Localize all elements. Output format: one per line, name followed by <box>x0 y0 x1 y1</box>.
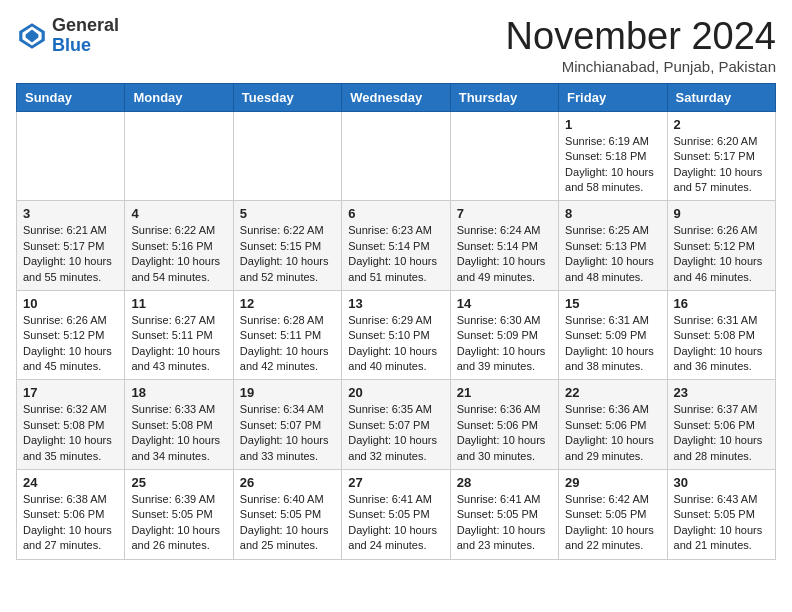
calendar-cell: 11Sunrise: 6:27 AM Sunset: 5:11 PM Dayli… <box>125 290 233 380</box>
calendar-cell <box>17 111 125 201</box>
day-number: 20 <box>348 385 443 400</box>
calendar-cell: 21Sunrise: 6:36 AM Sunset: 5:06 PM Dayli… <box>450 380 558 470</box>
day-info: Sunrise: 6:40 AM Sunset: 5:05 PM Dayligh… <box>240 492 335 554</box>
calendar-cell: 3Sunrise: 6:21 AM Sunset: 5:17 PM Daylig… <box>17 201 125 291</box>
calendar-cell: 5Sunrise: 6:22 AM Sunset: 5:15 PM Daylig… <box>233 201 341 291</box>
day-number: 23 <box>674 385 769 400</box>
day-info: Sunrise: 6:22 AM Sunset: 5:16 PM Dayligh… <box>131 223 226 285</box>
calendar-cell: 20Sunrise: 6:35 AM Sunset: 5:07 PM Dayli… <box>342 380 450 470</box>
day-info: Sunrise: 6:28 AM Sunset: 5:11 PM Dayligh… <box>240 313 335 375</box>
day-info: Sunrise: 6:39 AM Sunset: 5:05 PM Dayligh… <box>131 492 226 554</box>
day-number: 3 <box>23 206 118 221</box>
day-number: 13 <box>348 296 443 311</box>
day-number: 4 <box>131 206 226 221</box>
location: Minchianabad, Punjab, Pakistan <box>506 58 776 75</box>
calendar-cell: 22Sunrise: 6:36 AM Sunset: 5:06 PM Dayli… <box>559 380 667 470</box>
calendar-cell: 16Sunrise: 6:31 AM Sunset: 5:08 PM Dayli… <box>667 290 775 380</box>
day-info: Sunrise: 6:33 AM Sunset: 5:08 PM Dayligh… <box>131 402 226 464</box>
day-info: Sunrise: 6:36 AM Sunset: 5:06 PM Dayligh… <box>565 402 660 464</box>
day-info: Sunrise: 6:22 AM Sunset: 5:15 PM Dayligh… <box>240 223 335 285</box>
day-number: 27 <box>348 475 443 490</box>
calendar-cell <box>450 111 558 201</box>
calendar-cell: 1Sunrise: 6:19 AM Sunset: 5:18 PM Daylig… <box>559 111 667 201</box>
logo-icon <box>16 20 48 52</box>
day-number: 16 <box>674 296 769 311</box>
day-number: 25 <box>131 475 226 490</box>
day-number: 21 <box>457 385 552 400</box>
day-number: 10 <box>23 296 118 311</box>
calendar-cell: 25Sunrise: 6:39 AM Sunset: 5:05 PM Dayli… <box>125 470 233 560</box>
day-info: Sunrise: 6:30 AM Sunset: 5:09 PM Dayligh… <box>457 313 552 375</box>
day-info: Sunrise: 6:31 AM Sunset: 5:08 PM Dayligh… <box>674 313 769 375</box>
day-number: 6 <box>348 206 443 221</box>
calendar-week-row: 1Sunrise: 6:19 AM Sunset: 5:18 PM Daylig… <box>17 111 776 201</box>
day-number: 29 <box>565 475 660 490</box>
day-info: Sunrise: 6:25 AM Sunset: 5:13 PM Dayligh… <box>565 223 660 285</box>
weekday-header: Sunday <box>17 83 125 111</box>
calendar-cell: 2Sunrise: 6:20 AM Sunset: 5:17 PM Daylig… <box>667 111 775 201</box>
calendar-cell: 13Sunrise: 6:29 AM Sunset: 5:10 PM Dayli… <box>342 290 450 380</box>
logo: General Blue <box>16 16 119 56</box>
weekday-header: Monday <box>125 83 233 111</box>
day-info: Sunrise: 6:31 AM Sunset: 5:09 PM Dayligh… <box>565 313 660 375</box>
day-number: 24 <box>23 475 118 490</box>
day-number: 19 <box>240 385 335 400</box>
calendar: SundayMondayTuesdayWednesdayThursdayFrid… <box>16 83 776 560</box>
calendar-cell: 27Sunrise: 6:41 AM Sunset: 5:05 PM Dayli… <box>342 470 450 560</box>
weekday-header: Tuesday <box>233 83 341 111</box>
day-info: Sunrise: 6:37 AM Sunset: 5:06 PM Dayligh… <box>674 402 769 464</box>
calendar-week-row: 24Sunrise: 6:38 AM Sunset: 5:06 PM Dayli… <box>17 470 776 560</box>
day-info: Sunrise: 6:34 AM Sunset: 5:07 PM Dayligh… <box>240 402 335 464</box>
day-info: Sunrise: 6:35 AM Sunset: 5:07 PM Dayligh… <box>348 402 443 464</box>
day-info: Sunrise: 6:43 AM Sunset: 5:05 PM Dayligh… <box>674 492 769 554</box>
day-info: Sunrise: 6:23 AM Sunset: 5:14 PM Dayligh… <box>348 223 443 285</box>
calendar-cell: 26Sunrise: 6:40 AM Sunset: 5:05 PM Dayli… <box>233 470 341 560</box>
calendar-cell: 30Sunrise: 6:43 AM Sunset: 5:05 PM Dayli… <box>667 470 775 560</box>
calendar-cell <box>125 111 233 201</box>
calendar-cell: 29Sunrise: 6:42 AM Sunset: 5:05 PM Dayli… <box>559 470 667 560</box>
calendar-week-row: 10Sunrise: 6:26 AM Sunset: 5:12 PM Dayli… <box>17 290 776 380</box>
weekday-header: Saturday <box>667 83 775 111</box>
day-number: 28 <box>457 475 552 490</box>
calendar-cell <box>233 111 341 201</box>
calendar-cell: 8Sunrise: 6:25 AM Sunset: 5:13 PM Daylig… <box>559 201 667 291</box>
calendar-cell <box>342 111 450 201</box>
calendar-cell: 12Sunrise: 6:28 AM Sunset: 5:11 PM Dayli… <box>233 290 341 380</box>
calendar-cell: 23Sunrise: 6:37 AM Sunset: 5:06 PM Dayli… <box>667 380 775 470</box>
calendar-cell: 6Sunrise: 6:23 AM Sunset: 5:14 PM Daylig… <box>342 201 450 291</box>
logo-general-text: General <box>52 16 119 36</box>
day-number: 11 <box>131 296 226 311</box>
day-number: 17 <box>23 385 118 400</box>
weekday-header: Thursday <box>450 83 558 111</box>
day-number: 7 <box>457 206 552 221</box>
calendar-cell: 9Sunrise: 6:26 AM Sunset: 5:12 PM Daylig… <box>667 201 775 291</box>
calendar-cell: 7Sunrise: 6:24 AM Sunset: 5:14 PM Daylig… <box>450 201 558 291</box>
day-number: 15 <box>565 296 660 311</box>
calendar-header-row: SundayMondayTuesdayWednesdayThursdayFrid… <box>17 83 776 111</box>
day-info: Sunrise: 6:32 AM Sunset: 5:08 PM Dayligh… <box>23 402 118 464</box>
month-title: November 2024 <box>506 16 776 58</box>
day-number: 1 <box>565 117 660 132</box>
calendar-cell: 15Sunrise: 6:31 AM Sunset: 5:09 PM Dayli… <box>559 290 667 380</box>
day-info: Sunrise: 6:19 AM Sunset: 5:18 PM Dayligh… <box>565 134 660 196</box>
day-number: 9 <box>674 206 769 221</box>
day-info: Sunrise: 6:41 AM Sunset: 5:05 PM Dayligh… <box>348 492 443 554</box>
calendar-week-row: 17Sunrise: 6:32 AM Sunset: 5:08 PM Dayli… <box>17 380 776 470</box>
day-number: 30 <box>674 475 769 490</box>
day-info: Sunrise: 6:38 AM Sunset: 5:06 PM Dayligh… <box>23 492 118 554</box>
calendar-cell: 28Sunrise: 6:41 AM Sunset: 5:05 PM Dayli… <box>450 470 558 560</box>
day-number: 26 <box>240 475 335 490</box>
day-info: Sunrise: 6:20 AM Sunset: 5:17 PM Dayligh… <box>674 134 769 196</box>
day-info: Sunrise: 6:29 AM Sunset: 5:10 PM Dayligh… <box>348 313 443 375</box>
day-info: Sunrise: 6:36 AM Sunset: 5:06 PM Dayligh… <box>457 402 552 464</box>
day-number: 18 <box>131 385 226 400</box>
day-number: 2 <box>674 117 769 132</box>
day-info: Sunrise: 6:26 AM Sunset: 5:12 PM Dayligh… <box>674 223 769 285</box>
calendar-cell: 4Sunrise: 6:22 AM Sunset: 5:16 PM Daylig… <box>125 201 233 291</box>
calendar-cell: 10Sunrise: 6:26 AM Sunset: 5:12 PM Dayli… <box>17 290 125 380</box>
day-info: Sunrise: 6:24 AM Sunset: 5:14 PM Dayligh… <box>457 223 552 285</box>
day-number: 12 <box>240 296 335 311</box>
day-number: 5 <box>240 206 335 221</box>
calendar-week-row: 3Sunrise: 6:21 AM Sunset: 5:17 PM Daylig… <box>17 201 776 291</box>
day-number: 8 <box>565 206 660 221</box>
